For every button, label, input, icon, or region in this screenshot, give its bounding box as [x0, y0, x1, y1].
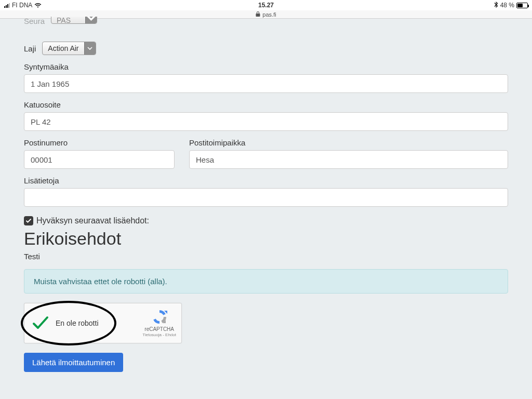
katuosoite-label: Katuosoite	[24, 100, 508, 109]
battery-icon	[516, 3, 528, 8]
syntymaaika-input[interactable]: 1 Jan 1965	[24, 74, 508, 93]
cellular-signal-icon	[4, 3, 10, 8]
chevron-down-icon	[85, 17, 97, 23]
recaptcha-widget[interactable]: En ole robotti reCAPTCHA Tietosuoja - Eh…	[24, 303, 182, 343]
carrier-label: FI DNA	[12, 2, 32, 9]
postinumero-input[interactable]: 00001	[24, 150, 175, 169]
accept-terms-label: Hyväksyn seuraavat lisäehdot:	[36, 216, 149, 225]
special-terms-subtext: Testi	[24, 252, 508, 261]
form-page: Seura PAS Laji Action Air Syntymäaika 1 …	[0, 17, 532, 382]
seura-select[interactable]: PAS	[51, 17, 97, 24]
katuosoite-input[interactable]: PL 42	[24, 112, 508, 131]
laji-label: Laji	[24, 44, 36, 53]
recaptcha-label: En ole robotti	[56, 319, 99, 327]
recaptcha-check-icon	[32, 314, 49, 332]
postitoimipaikka-input[interactable]: Hesa	[189, 150, 508, 169]
laji-select-value: Action Air	[43, 42, 84, 55]
robot-reminder-banner: Muista vahvistaa ettet ole robotti (alla…	[24, 269, 508, 294]
special-terms-heading: Erikoisehdot	[24, 229, 508, 249]
submit-button[interactable]: Lähetä ilmoittautuminen	[24, 353, 123, 372]
postitoimipaikka-label: Postitoimipaikka	[189, 138, 508, 147]
lisatietoja-label: Lisätietoja	[24, 176, 508, 185]
recaptcha-branding: reCAPTCHA Tietosuoja - Ehdot	[142, 309, 176, 338]
seura-label: Seura	[24, 17, 45, 24]
ipad-status-bar: FI DNA 15.27 48 %	[0, 0, 532, 10]
browser-host: pas.fi	[262, 11, 276, 18]
battery-percent: 48 %	[500, 2, 514, 9]
postinumero-label: Postinumero	[24, 138, 175, 147]
recaptcha-logo-icon	[151, 309, 168, 325]
accept-terms-checkbox[interactable]	[24, 216, 33, 225]
bluetooth-icon	[494, 2, 498, 9]
lock-icon	[256, 11, 260, 18]
status-time: 15.27	[258, 2, 274, 9]
seura-select-value: PAS	[51, 17, 85, 24]
chevron-down-icon	[84, 42, 96, 55]
laji-select[interactable]: Action Air	[42, 42, 96, 55]
wifi-icon	[34, 3, 42, 8]
syntymaaika-label: Syntymäaika	[24, 62, 508, 71]
lisatietoja-input[interactable]	[24, 188, 508, 207]
